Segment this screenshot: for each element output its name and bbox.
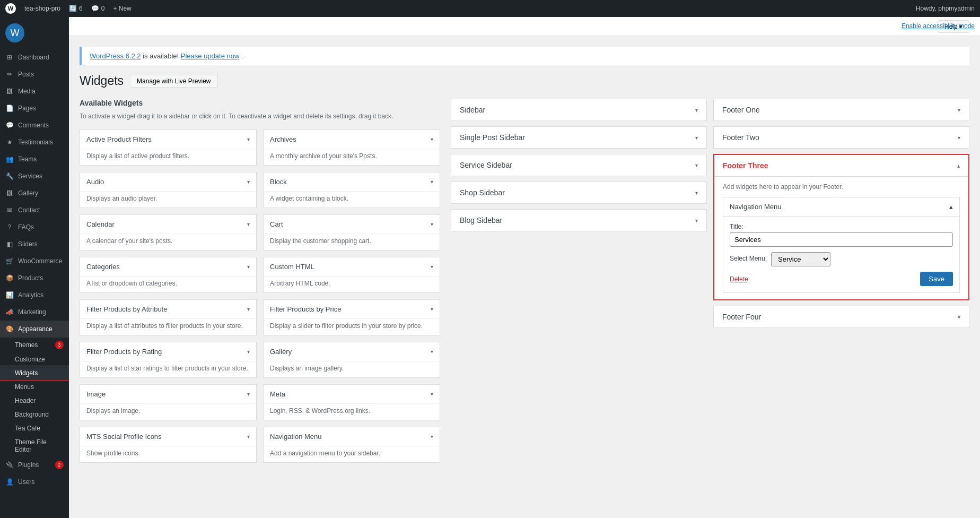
sidebar-item-teams[interactable]: 👥 Teams [0,151,69,168]
widget-header[interactable]: Calendar ▾ [80,215,256,234]
sidebar-item-comments[interactable]: 💬 Comments [0,117,69,134]
chevron-down-icon: ▾ [431,179,433,185]
sidebar-item-testimonials[interactable]: ★ Testimonials [0,134,69,151]
live-preview-button[interactable]: Manage with Live Preview [130,75,217,88]
save-widget-button[interactable]: Save [920,272,953,286]
wp-logo[interactable]: W [5,3,16,14]
sidebar-item-sliders[interactable]: ◧ Sliders [0,236,69,253]
widget-box[interactable]: Filter Products by Attribute ▾ Display a… [80,299,257,335]
howdy-text: Howdy, phpmyadmin [916,5,975,12]
sidebar-section-header-service-sidebar[interactable]: Service Sidebar ▾ [451,154,706,176]
accessibility-mode-link[interactable]: Enable accessibility mode [902,22,975,30]
widget-box[interactable]: Audio ▾ Displays an audio player. [80,172,257,208]
submenu-item-themes[interactable]: Themes 3 [0,338,69,352]
select-menu-dropdown[interactable]: ServiceMain MenuFooter Menu [771,252,830,266]
submenu-item-customize[interactable]: Customize [0,352,69,366]
widget-header[interactable]: Navigation Menu ▾ [264,427,440,446]
widget-box[interactable]: Archives ▾ A monthly archive of your sit… [263,130,440,166]
sidebar-item-dashboard[interactable]: ⊞ Dashboard [0,49,69,66]
sidebar-section-header-blog-sidebar[interactable]: Blog Sidebar ▾ [451,210,706,231]
main-content: Help ▾ WordPress 6.2.2 is available! Ple… [69,17,980,518]
admin-sidebar: W ⊞ Dashboard ✏ Posts 🖼 Media 📄 Pages 💬 … [0,17,69,518]
widget-header[interactable]: Meta ▾ [264,385,440,403]
chevron-down-icon: ▾ [431,136,433,142]
site-name[interactable]: tea-shop-pro [24,5,60,12]
submenu-item-background[interactable]: Background [0,408,69,421]
widget-header[interactable]: Image ▾ [80,385,256,403]
widget-header[interactable]: Categories ▾ [80,257,256,276]
sidebar-section-header-single-post-sidebar[interactable]: Single Post Sidebar ▾ [451,127,706,148]
sidebar-item-products[interactable]: 📦 Products [0,270,69,287]
sidebar-item-plugins[interactable]: 🔌 Plugins 2 [0,456,69,473]
widget-box[interactable]: Cart ▾ Display the customer shopping car… [263,214,440,251]
plugins-icon: 🔌 [5,461,14,469]
widget-box[interactable]: Gallery ▾ Displays an image gallery. [263,342,440,378]
please-update-link[interactable]: Please update now [181,52,240,60]
sidebar-section-header-footer-two[interactable]: Footer Two ▾ [714,127,969,148]
widget-header[interactable]: Block ▾ [264,172,440,191]
widget-header[interactable]: Gallery ▾ [264,342,440,361]
sidebar-item-marketing[interactable]: 📣 Marketing [0,304,69,321]
widget-header[interactable]: Filter Products by Attribute ▾ [80,300,256,318]
sidebar-section-header-footer-three[interactable]: Footer Three ▴ [714,155,968,177]
widget-box[interactable]: Navigation Menu ▾ Add a navigation menu … [263,427,440,463]
submenu-item-theme-file-editor[interactable]: Theme File Editor [0,435,69,456]
widget-header[interactable]: Active Product Filters ▾ [80,130,256,149]
sidebar-logo: W [0,17,69,49]
available-widgets-panel: Available Widgets To activate a widget d… [80,99,440,463]
widget-description: Display the customer shopping cart. [264,234,440,250]
widget-box[interactable]: Meta ▾ Login, RSS, & WordPress.org links… [263,384,440,420]
sidebar-item-posts[interactable]: ✏ Posts [0,66,69,83]
widget-header[interactable]: Cart ▾ [264,215,440,234]
sidebar-item-gallery[interactable]: 🖼 Gallery [0,185,69,202]
comments-count[interactable]: 💬 0 [91,5,105,12]
sidebar-item-woocommerce[interactable]: 🛒 WooCommerce [0,253,69,270]
widget-box[interactable]: Categories ▾ A list or dropdown of categ… [80,257,257,293]
widget-box[interactable]: Calendar ▾ A calendar of your site's pos… [80,214,257,251]
sidebar-item-analytics[interactable]: 📊 Analytics [0,287,69,304]
new-content[interactable]: + New [113,5,131,12]
widget-description: A list or dropdown of categories. [80,276,256,292]
widget-description: Login, RSS, & WordPress.org links. [264,403,440,420]
widget-box[interactable]: Block ▾ A widget containing a block. [263,172,440,208]
widget-header[interactable]: Filter Products by Rating ▾ [80,342,256,361]
widget-description: Display a list of star ratings to filter… [80,361,256,377]
submenu-item-widgets[interactable]: Widgets [0,366,69,380]
widget-header[interactable]: Archives ▾ [264,130,440,149]
sidebar-section-header-shop-sidebar[interactable]: Shop Sidebar ▾ [451,182,706,203]
widget-description: Displays an image gallery. [264,361,440,377]
widget-header[interactable]: Filter Products by Price ▾ [264,300,440,318]
submenu-item-tea-cafe[interactable]: Tea Cafe [0,421,69,435]
widget-header[interactable]: Audio ▾ [80,172,256,191]
sidebar-item-users[interactable]: 👤 Users [0,473,69,490]
sidebar-item-services[interactable]: 🔧 Services [0,168,69,185]
sidebar-section-header-sidebar[interactable]: Sidebar ▾ [451,99,706,120]
widget-box[interactable]: Active Product Filters ▾ Display a list … [80,130,257,166]
sidebar-item-contact[interactable]: ✉ Contact [0,202,69,219]
widget-actions: Delete Save [730,272,953,286]
sidebar-section-header-footer-one[interactable]: Footer One ▾ [714,99,969,120]
updates-count[interactable]: 🔄 6 [69,5,83,12]
footer-three-content: Add widgets here to appear in your Foote… [714,177,968,299]
submenu-item-header[interactable]: Header [0,394,69,408]
sidebar-section-footer-four: Footer Four ▾ [713,306,969,328]
widget-box[interactable]: MTS Social Profile Icons ▾ Show profile … [80,427,257,463]
widget-header[interactable]: MTS Social Profile Icons ▾ [80,427,256,446]
widget-box[interactable]: Custom HTML ▾ Arbitrary HTML code. [263,257,440,293]
widget-title-input[interactable] [730,232,953,247]
widget-header[interactable]: Custom HTML ▾ [264,257,440,276]
submenu-item-menus[interactable]: Menus [0,380,69,394]
sidebar-item-pages[interactable]: 📄 Pages [0,100,69,117]
widget-box[interactable]: Filter Products by Price ▾ Display a sli… [263,299,440,335]
delete-widget-link[interactable]: Delete [730,275,748,283]
sidebar-item-appearance[interactable]: 🎨 Appearance [0,321,69,338]
sidebar-section-header-footer-four[interactable]: Footer Four ▾ [714,306,969,327]
sidebar-item-media[interactable]: 🖼 Media [0,83,69,100]
widget-box[interactable]: Image ▾ Displays an image. [80,384,257,420]
marketing-icon: 📣 [5,308,14,316]
widget-box[interactable]: Filter Products by Rating ▾ Display a li… [80,342,257,378]
nav-menu-widget-header[interactable]: Navigation Menu ▴ [723,197,959,216]
sidebar-item-faqs[interactable]: ? FAQs [0,219,69,236]
update-link[interactable]: WordPress 6.2.2 [90,52,141,60]
sidebar-section-footer-two: Footer Two ▾ [713,126,969,149]
